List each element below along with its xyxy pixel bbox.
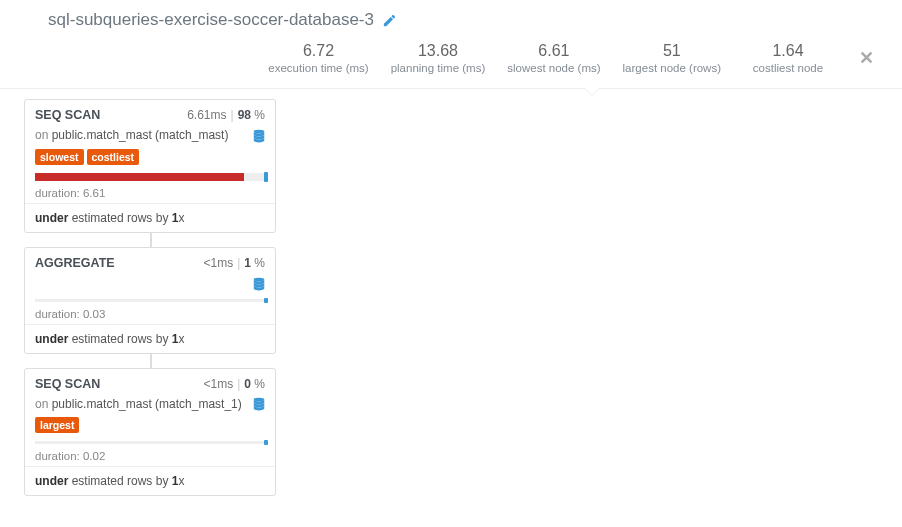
node-target-row: on public.match_mast (match_mast_1) [25, 395, 275, 418]
duration-bar-fill [35, 173, 244, 181]
stat-largest-node[interactable]: 51 largest node (rows) [623, 42, 721, 74]
stat-value: 1.64 [743, 42, 833, 60]
node-header: AGGREGATE<1ms|1 % [25, 248, 275, 274]
node-operation: AGGREGATE [35, 256, 203, 270]
node-timing: 6.61ms|98 % [187, 108, 265, 122]
stat-label: execution time (ms) [268, 62, 368, 74]
node-estimate: under estimated rows by 1x [25, 325, 275, 353]
node-duration: duration: 0.03 [25, 304, 275, 324]
stat-label: planning time (ms) [391, 62, 486, 74]
node-badges: largest [25, 417, 275, 439]
plan-node[interactable]: SEQ SCAN6.61ms|98 %on public.match_mast … [24, 99, 276, 233]
stat-value: 13.68 [391, 42, 486, 60]
node-duration: duration: 6.61 [25, 183, 275, 203]
badge-slowest: slowest [35, 149, 84, 165]
close-icon[interactable]: ✕ [855, 47, 878, 69]
node-header: SEQ SCAN6.61ms|98 % [25, 100, 275, 126]
page-title: sql-subqueries-exercise-soccer-database-… [48, 10, 374, 30]
stat-label: largest node (rows) [623, 62, 721, 74]
duration-bar-cap [264, 440, 268, 445]
svg-point-2 [254, 398, 265, 402]
edit-icon[interactable] [382, 10, 397, 30]
svg-point-1 [254, 277, 265, 281]
node-target-row: on public.match_mast (match_mast) [25, 126, 275, 149]
duration-bar [35, 441, 265, 444]
duration-bar-cap [264, 172, 268, 182]
node-connector [150, 354, 152, 368]
database-icon[interactable] [253, 397, 265, 412]
plan-node[interactable]: SEQ SCAN<1ms|0 %on public.match_mast (ma… [24, 368, 276, 497]
stat-planning-time[interactable]: 13.68 planning time (ms) [391, 42, 486, 74]
duration-bar-wrap [25, 297, 275, 304]
node-duration: duration: 0.02 [25, 446, 275, 466]
node-connector [150, 233, 152, 247]
stats-bar: 6.72 execution time (ms) 13.68 planning … [0, 30, 902, 89]
plan-node[interactable]: AGGREGATE<1ms|1 %duration: 0.03under est… [24, 247, 276, 354]
stat-costliest-node[interactable]: 1.64 costliest node [743, 42, 833, 74]
node-badges: slowestcostliest [25, 149, 275, 171]
duration-bar [35, 299, 265, 302]
title-row: sql-subqueries-exercise-soccer-database-… [0, 0, 902, 30]
duration-bar [35, 173, 265, 181]
plan-node-list: SEQ SCAN6.61ms|98 %on public.match_mast … [0, 99, 902, 496]
stat-execution-time[interactable]: 6.72 execution time (ms) [268, 42, 368, 74]
stat-slowest-node[interactable]: 6.61 slowest node (ms) [507, 42, 600, 74]
node-operation: SEQ SCAN [35, 108, 187, 122]
badge-largest: largest [35, 417, 79, 433]
stat-label: costliest node [743, 62, 833, 74]
duration-bar-wrap [25, 171, 275, 183]
stat-value: 51 [623, 42, 721, 60]
badge-costliest: costliest [87, 149, 140, 165]
node-target-row [25, 274, 275, 297]
node-target: on public.match_mast (match_mast) [35, 128, 247, 142]
database-icon[interactable] [253, 128, 265, 143]
node-estimate: under estimated rows by 1x [25, 467, 275, 495]
node-estimate: under estimated rows by 1x [25, 204, 275, 232]
node-target: on public.match_mast (match_mast_1) [35, 397, 247, 411]
svg-point-0 [254, 129, 265, 133]
pointer-indicator [584, 88, 600, 96]
node-operation: SEQ SCAN [35, 377, 203, 391]
stat-value: 6.72 [268, 42, 368, 60]
duration-bar-cap [264, 298, 268, 303]
node-timing: <1ms|1 % [203, 256, 265, 270]
database-icon[interactable] [253, 276, 265, 291]
node-header: SEQ SCAN<1ms|0 % [25, 369, 275, 395]
node-timing: <1ms|0 % [203, 377, 265, 391]
stat-label: slowest node (ms) [507, 62, 600, 74]
stat-value: 6.61 [507, 42, 600, 60]
duration-bar-wrap [25, 439, 275, 446]
